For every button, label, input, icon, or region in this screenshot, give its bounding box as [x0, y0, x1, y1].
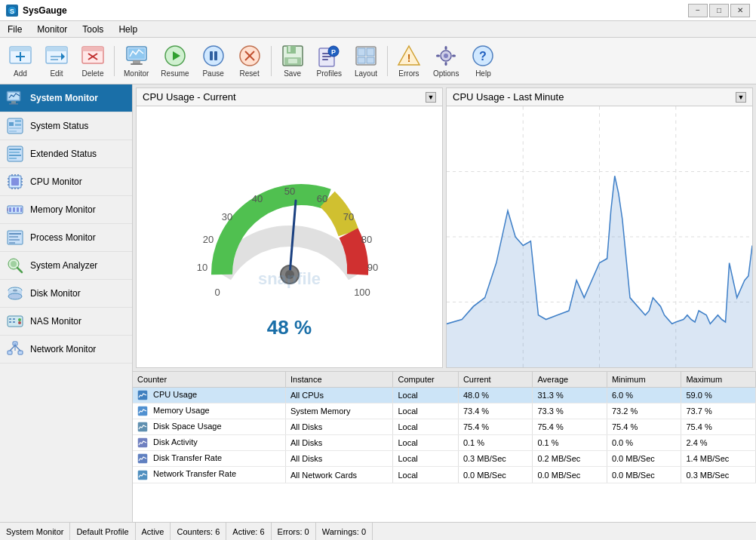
svg-rect-41: [358, 57, 365, 63]
menu-tools[interactable]: Tools: [75, 23, 111, 36]
svg-text:S: S: [10, 8, 14, 15]
gauge-panel-title: CPU Usage - Current: [143, 91, 236, 103]
cell-maximum: 59.0 %: [681, 388, 756, 403]
table-row[interactable]: CPU Usage All CPUs Local 48.0 % 31.3 % 6…: [133, 388, 756, 403]
sidebar-item-network-monitor[interactable]: Network Monitor: [0, 336, 132, 364]
sidebar-item-system-monitor[interactable]: System Monitor: [0, 84, 132, 112]
sidebar-item-memory-monitor[interactable]: Memory Monitor: [0, 196, 132, 224]
table-row[interactable]: Disk Transfer Rate All Disks Local 0.3 M…: [133, 451, 756, 467]
errors-button[interactable]: ! Errors: [392, 41, 426, 81]
col-average: Average: [533, 372, 607, 388]
status-warnings: Warnings: 0: [316, 523, 373, 540]
cell-current: 75.4 %: [458, 419, 533, 435]
svg-text:P: P: [331, 48, 336, 56]
reset-button[interactable]: Reset: [232, 41, 267, 81]
col-current: Current: [458, 372, 533, 388]
svg-rect-108: [8, 351, 12, 354]
sidebar-item-disk-monitor[interactable]: Disk Monitor: [0, 280, 132, 308]
svg-text:?: ?: [480, 50, 487, 63]
svg-text:20: 20: [202, 234, 213, 245]
table-row[interactable]: Disk Space Usage All Disks Local 75.4 % …: [133, 419, 756, 435]
cell-counter: Disk Transfer Rate: [133, 451, 286, 467]
pause-label: Pause: [202, 69, 223, 78]
svg-line-95: [17, 268, 22, 272]
pause-icon: [201, 44, 226, 68]
cell-instance: System Memory: [286, 403, 393, 419]
separator-3: [387, 46, 388, 76]
sidebar-item-system-status[interactable]: System Status: [0, 112, 132, 140]
save-button[interactable]: Save: [275, 41, 310, 81]
svg-rect-47: [445, 46, 447, 50]
menu-file[interactable]: File: [0, 23, 29, 36]
table-row[interactable]: Disk Activity All Disks Local 0.1 % 0.1 …: [133, 435, 756, 451]
sidebar-item-cpu-monitor[interactable]: CPU Monitor: [0, 168, 132, 196]
cell-average: 0.0 MB/Sec: [533, 467, 607, 483]
svg-rect-22: [210, 51, 213, 60]
status-active: Active: 6: [226, 523, 271, 540]
add-label: Add: [14, 69, 27, 78]
cell-instance: All CPUs: [286, 388, 393, 403]
gauge-value: 48 %: [267, 316, 312, 339]
cell-computer: Local: [393, 403, 458, 419]
sidebar-item-extended-status[interactable]: Extended Status: [0, 140, 132, 168]
table-row[interactable]: Memory Usage System Memory Local 73.4 % …: [133, 403, 756, 419]
delete-button[interactable]: Delete: [75, 41, 110, 81]
add-button[interactable]: Add: [3, 41, 38, 81]
svg-rect-83: [9, 207, 11, 212]
sidebar-extended-status-label: Extended Status: [30, 149, 97, 159]
svg-text:30: 30: [221, 211, 232, 222]
svg-text:60: 60: [316, 193, 327, 204]
svg-rect-86: [20, 207, 22, 212]
gauge-collapse-button[interactable]: ▼: [426, 92, 436, 103]
svg-rect-59: [15, 120, 21, 122]
svg-text:80: 80: [361, 234, 371, 245]
window-controls: − □ ✕: [688, 4, 750, 17]
svg-rect-40: [367, 48, 374, 56]
status-profile: Default Profile: [70, 523, 135, 540]
resume-icon: [163, 44, 187, 68]
svg-rect-65: [9, 152, 20, 153]
cell-average: 31.3 %: [533, 388, 607, 403]
layout-button[interactable]: Layout: [349, 41, 383, 81]
svg-rect-7: [46, 47, 67, 51]
sidebar-item-process-monitor[interactable]: Process Monitor: [0, 224, 132, 252]
errors-label: Errors: [398, 69, 419, 78]
sidebar-disk-monitor-label: Disk Monitor: [30, 288, 81, 299]
svg-point-105: [18, 318, 21, 321]
cell-current: 0.0 MB/Sec: [458, 467, 533, 483]
layout-icon: [354, 44, 378, 68]
cell-maximum: 75.4 %: [681, 419, 756, 435]
layout-label: Layout: [355, 69, 377, 78]
svg-rect-104: [13, 321, 15, 323]
svg-rect-29: [288, 46, 290, 52]
svg-rect-58: [9, 122, 14, 126]
help-button[interactable]: ? Help: [466, 41, 500, 81]
menu-monitor[interactable]: Monitor: [29, 23, 75, 36]
main-layout: System Monitor System Status: [0, 84, 756, 522]
cell-instance: All Disks: [286, 451, 393, 467]
monitor-button[interactable]: Monitor: [118, 41, 154, 81]
sidebar-item-nas-monitor[interactable]: NAS Monitor: [0, 308, 132, 336]
help-label: Help: [475, 69, 491, 78]
col-minimum: Minimum: [607, 372, 681, 388]
minimize-button[interactable]: −: [688, 4, 708, 17]
pause-button[interactable]: Pause: [196, 41, 231, 81]
options-button[interactable]: Options: [428, 41, 464, 81]
edit-button[interactable]: Edit: [39, 41, 74, 81]
svg-rect-92: [9, 242, 15, 244]
table-row[interactable]: Network Transfer Rate All Network Cards …: [133, 467, 756, 483]
menu-help[interactable]: Help: [111, 23, 145, 36]
maximize-button[interactable]: □: [709, 4, 729, 17]
cell-minimum: 73.2 %: [607, 403, 681, 419]
memory-monitor-icon: [6, 201, 24, 219]
chart-collapse-button[interactable]: ▼: [736, 92, 746, 103]
col-maximum: Maximum: [681, 372, 756, 388]
close-button[interactable]: ✕: [730, 4, 750, 17]
sidebar-system-analyzer-label: System Analyzer: [30, 260, 97, 271]
svg-point-21: [204, 46, 223, 66]
resume-button[interactable]: Resume: [155, 41, 194, 81]
profiles-button[interactable]: P Profiles: [312, 41, 347, 81]
sidebar-item-system-analyzer[interactable]: System Analyzer: [0, 252, 132, 280]
svg-rect-55: [11, 101, 16, 103]
system-monitor-icon: [6, 89, 24, 107]
